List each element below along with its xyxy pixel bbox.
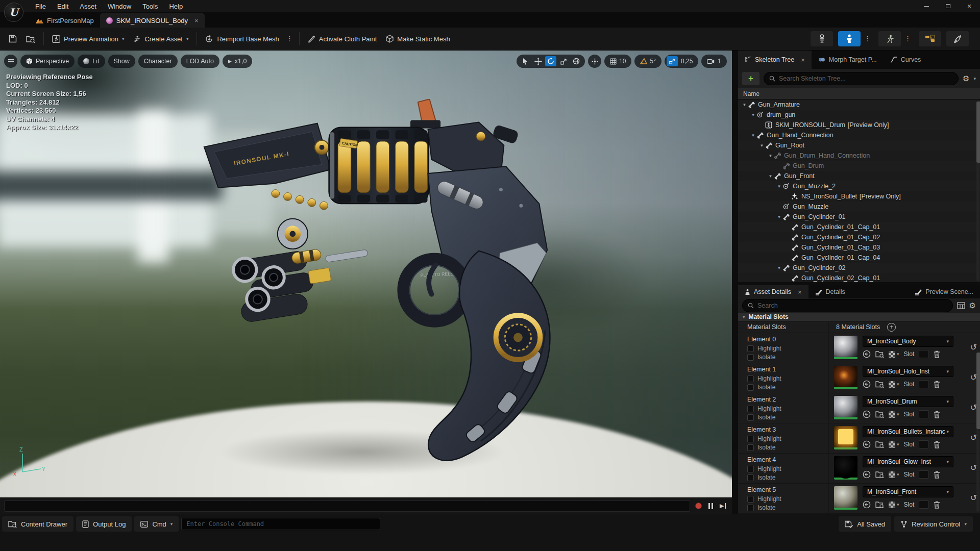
material-thumbnail[interactable] <box>834 336 857 359</box>
animation-mode-button[interactable] <box>878 31 901 46</box>
menu-file[interactable]: File <box>30 1 52 12</box>
reset-material-icon[interactable]: ↺ <box>970 493 977 503</box>
tree-item-SKM_IRONSOUL_Drum[interactable]: SKM_IRONSOUL_Drum[Preview Only] <box>738 120 980 130</box>
rotate-tool-icon[interactable] <box>545 56 556 66</box>
add-material-slot-button[interactable]: + <box>887 323 896 332</box>
menu-window[interactable]: Window <box>102 1 137 12</box>
record-button[interactable] <box>695 503 702 509</box>
tree-item-Gun_Cyclinder_01[interactable]: ▼Gun_Cyclinder_01 <box>738 212 980 222</box>
delete-slot-icon[interactable] <box>934 350 940 358</box>
use-selected-asset-icon[interactable] <box>863 350 871 358</box>
tree-item-Gun_Muzzle[interactable]: Gun_Muzzle <box>738 202 980 212</box>
slot-name-field[interactable] <box>919 440 929 448</box>
details-search[interactable] <box>742 299 953 312</box>
create-asset-button[interactable]: Create Asset ▾ <box>129 31 193 46</box>
character-button[interactable]: Character <box>138 55 178 68</box>
expander-icon[interactable]: ▼ <box>767 174 774 179</box>
material-thumbnail[interactable] <box>834 426 857 449</box>
tree-item-Gun_Hand_Connection[interactable]: ▼Gun_Hand_Connection <box>738 130 980 140</box>
reimport-options-icon[interactable]: ⋮ <box>284 36 296 41</box>
slot-name-field[interactable] <box>919 410 929 418</box>
lit-button[interactable]: Lit <box>78 55 105 68</box>
scale-tool-icon[interactable] <box>558 56 569 66</box>
material-thumbnail[interactable] <box>834 396 857 419</box>
select-tool-icon[interactable] <box>520 56 531 66</box>
delete-slot-icon[interactable] <box>934 441 940 448</box>
delete-slot-icon[interactable] <box>934 381 940 388</box>
rotation-snap-button[interactable]: 5° <box>634 55 661 68</box>
material-select[interactable]: M_IronSoul_Drum▾ <box>863 396 953 407</box>
material-select[interactable]: MI_IronSoul_Glow_Inst▾ <box>863 456 953 467</box>
tab-asset-details[interactable]: Asset Details × <box>738 285 808 298</box>
material-thumbnail[interactable] <box>834 456 857 480</box>
minimize-button[interactable] <box>916 0 937 12</box>
details-scrollbar[interactable] <box>976 352 979 512</box>
expander-icon[interactable]: ▼ <box>750 133 756 138</box>
tab-preview-scene[interactable]: Preview Scene... <box>908 285 980 298</box>
isolate-checkbox[interactable] <box>747 384 754 391</box>
mesh-options-icon[interactable]: ⋮ <box>862 36 873 41</box>
tab-skeleton-tree[interactable]: Skeleton Tree × <box>738 51 812 69</box>
highlight-checkbox[interactable] <box>747 496 754 503</box>
add-bone-button[interactable]: + <box>742 72 760 85</box>
reset-material-icon[interactable]: ↺ <box>970 403 977 412</box>
highlight-checkbox[interactable] <box>747 436 754 442</box>
snap-settings-icon[interactable] <box>588 55 601 68</box>
tree-scrollbar[interactable] <box>976 101 979 281</box>
tree-item-Gun_Cyclinder_02_Cap_01[interactable]: Gun_Cyclinder_02_Cap_01 <box>738 273 980 282</box>
browse-to-asset-icon[interactable] <box>875 471 884 478</box>
delete-slot-icon[interactable] <box>934 501 940 509</box>
revision-control-button[interactable]: Revision Control ▾ <box>894 516 973 532</box>
content-drawer-button[interactable]: Content Drawer <box>2 516 74 532</box>
tree-item-Gun_Cyclinder_02[interactable]: ▼Gun_Cyclinder_02 <box>738 263 980 273</box>
isolate-checkbox[interactable] <box>747 474 754 481</box>
tree-item-Gun_Drum_Hand_Connection[interactable]: ▼Gun_Drum_Hand_Connection <box>738 151 980 161</box>
animation-options-icon[interactable]: ⋮ <box>902 36 914 41</box>
use-selected-asset-icon[interactable] <box>863 500 871 509</box>
expander-icon[interactable]: ▼ <box>776 266 782 270</box>
cmd-button[interactable]: Cmd ▾ <box>134 516 179 532</box>
asset-picker-icon[interactable]: ▾ <box>889 471 899 478</box>
material-select[interactable]: MI_IronSoul_Bullets_Instanc▾ <box>863 426 953 437</box>
details-search-input[interactable] <box>757 302 947 309</box>
skeleton-search[interactable] <box>764 72 959 85</box>
isolate-checkbox[interactable] <box>747 414 754 421</box>
tree-item-Gun_Root[interactable]: ▼Gun_Root <box>738 140 980 151</box>
display-filter-icon[interactable] <box>957 302 965 309</box>
grid-snap-button[interactable]: 10 <box>604 55 631 68</box>
delete-slot-icon[interactable] <box>934 471 940 479</box>
make-static-mesh-button[interactable]: Make Static Mesh <box>381 31 454 46</box>
isolate-checkbox[interactable] <box>747 505 754 511</box>
menu-help[interactable]: Help <box>163 1 188 12</box>
tab-firstpersonmap[interactable]: FirstPersonMap <box>30 13 100 28</box>
delete-slot-icon[interactable] <box>934 411 940 418</box>
gun-model[interactable]: IRONSOUL MK-I CAUTION <box>199 99 551 466</box>
expander-icon[interactable]: ▼ <box>741 103 748 107</box>
menu-edit[interactable]: Edit <box>52 1 74 12</box>
asset-picker-icon[interactable]: ▾ <box>889 381 899 388</box>
tree-column-header[interactable]: Name <box>738 88 980 99</box>
viewport[interactable]: IRONSOUL MK-I CAUTION <box>0 51 732 514</box>
physics-mode-button[interactable] <box>946 31 969 46</box>
tab-close-icon[interactable]: × <box>801 56 805 64</box>
slot-name-field[interactable] <box>919 350 929 358</box>
camera-speed-button[interactable]: 1 <box>701 55 727 68</box>
material-thumbnail[interactable] <box>834 366 857 389</box>
save-button[interactable] <box>4 31 21 46</box>
use-selected-asset-icon[interactable] <box>863 410 871 418</box>
preview-animation-button[interactable]: Preview Animation ▾ <box>47 31 129 46</box>
isolate-checkbox[interactable] <box>747 354 754 361</box>
slot-name-field[interactable] <box>919 500 929 509</box>
tab-details[interactable]: Details <box>808 285 852 298</box>
tab-curves[interactable]: Curves <box>884 51 928 69</box>
menu-asset[interactable]: Asset <box>74 1 102 12</box>
all-saved-button[interactable]: All Saved <box>839 516 891 532</box>
close-button[interactable]: × <box>959 0 980 12</box>
tab-close-icon[interactable]: × <box>194 17 199 24</box>
tree-item-Gun_Muzzle_2[interactable]: ▼Gun_Muzzle_2 <box>738 181 980 191</box>
unreal-logo[interactable]: U <box>4 3 23 22</box>
playback-speed-button[interactable]: ▶ x1,0 <box>223 55 253 68</box>
highlight-checkbox[interactable] <box>747 406 754 412</box>
timeline-track[interactable] <box>4 500 690 512</box>
move-tool-icon[interactable] <box>532 56 544 66</box>
